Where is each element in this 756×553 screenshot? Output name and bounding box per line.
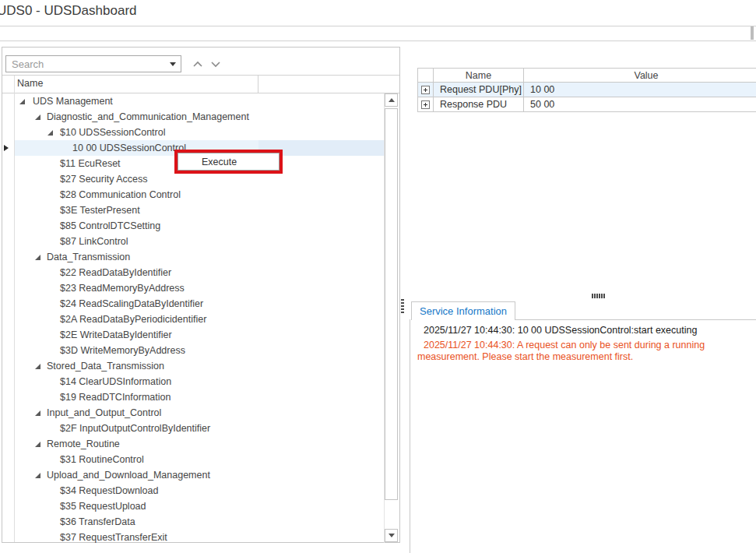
tree-item-label: $34 RequestDownload: [60, 483, 158, 498]
tree-item[interactable]: Stored_Data_Transmission: [15, 358, 384, 374]
tree-item-label: $28 Communication Control: [60, 187, 181, 203]
search-combobox[interactable]: [5, 55, 181, 72]
tree-item-label: $36 TransferData: [60, 514, 135, 530]
tree-item[interactable]: $36 TransferData: [15, 514, 384, 530]
service-info-left-border: [410, 319, 410, 553]
tree-item[interactable]: UDS Management: [15, 93, 384, 109]
tree-item-label: Remote_Routine: [47, 436, 120, 452]
toolbar-separator: [0, 41, 756, 41]
tree-item-label: $2E WriteDataByIdentifier: [60, 327, 172, 343]
search-next-button[interactable]: [209, 58, 223, 70]
pdu-row-expander-cell: [418, 97, 434, 112]
tree-item-label: $31 RoutineControl: [60, 452, 144, 467]
tree-scrollbar-up-button[interactable]: [385, 93, 398, 107]
expand-plus-icon[interactable]: [421, 100, 430, 109]
search-dropdown-button[interactable]: [165, 62, 181, 66]
tree-item[interactable]: $2F InputOutputControlByIdentifier: [15, 421, 384, 436]
pdu-table-row[interactable]: Request PDU[Phy]10 00: [418, 83, 756, 97]
expander-icon[interactable]: [35, 255, 40, 260]
tree-item-label: $35 RequestUpload: [60, 498, 146, 514]
service-info-tab-baseline: [515, 319, 756, 320]
tree-column-header-name[interactable]: Name: [17, 78, 43, 89]
tree-item[interactable]: $23 ReadMemoryByAddress: [15, 280, 384, 296]
tree-item[interactable]: $87 LinkControl: [15, 234, 384, 249]
expander-icon[interactable]: [35, 364, 40, 369]
tree-item[interactable]: Input_and_Output_Control: [15, 405, 384, 421]
tree-item-label: 10 00 UDSSessionControl: [72, 140, 186, 156]
execute-highlight-annotation: Execute: [174, 150, 283, 174]
horizontal-splitter-grip[interactable]: [592, 294, 605, 298]
tree-item[interactable]: Upload_and_Download_Management: [15, 467, 384, 483]
service-info-log: 2025/11/27 10:44:30: 10 00 UDSSessionCon…: [417, 325, 751, 366]
tree-item[interactable]: $3E TesterPresent: [15, 203, 384, 218]
tree-item[interactable]: $2A ReadDataByPeriodicidentifier: [15, 312, 384, 327]
selected-row-indicator-icon: [4, 145, 9, 151]
tree-item-label: $24 ReadScalingDataByIdentifier: [60, 296, 203, 312]
pdu-table-header-row: Name Value: [418, 69, 756, 83]
pdu-table: Name Value Request PDU[Phy]10 00Response…: [417, 68, 756, 112]
tree-header-column-divider[interactable]: [258, 76, 258, 93]
pdu-table-row[interactable]: Response PDU50 00: [418, 97, 756, 112]
expander-icon[interactable]: [47, 130, 53, 136]
search-prev-button[interactable]: [191, 58, 205, 70]
expander-icon[interactable]: [35, 114, 40, 120]
chevron-up-icon: [192, 61, 203, 68]
pdu-value-column-header[interactable]: Value: [524, 69, 756, 83]
tree-item[interactable]: Data_Transmission: [15, 249, 384, 265]
log-entry-error: 2025/11/27 10:44:30: A request can only …: [417, 340, 751, 364]
tree-item-label: $85 ControlDTCSetting: [60, 218, 160, 234]
tree-item-label: $2A ReadDataByPeriodicidentifier: [60, 312, 206, 327]
tab-service-information[interactable]: Service Information: [411, 301, 515, 320]
page-title: UDS0 - UDSDashboard: [0, 3, 137, 19]
tree-item[interactable]: $27 Security Access: [15, 171, 384, 187]
tree-item[interactable]: $10 UDSSessionControl: [15, 125, 384, 140]
tree-item[interactable]: $35 RequestUpload: [15, 498, 384, 514]
tree-item[interactable]: $19 ReadDTCInformation: [15, 389, 384, 405]
tree-item-label: $2F InputOutputControlByIdentifier: [60, 421, 210, 436]
execute-menu-item[interactable]: Execute: [202, 155, 237, 169]
tree-item-label: Diagnostic_and_Communication_Management: [47, 109, 249, 125]
tree-item-label: Data_Transmission: [47, 249, 130, 265]
tree-item[interactable]: Remote_Routine: [15, 436, 384, 452]
triangle-down-icon: [389, 534, 395, 537]
log-entry: 2025/11/27 10:44:30: 10 00 UDSSessionCon…: [417, 325, 751, 337]
tree-item[interactable]: $31 RoutineControl: [15, 452, 384, 467]
tree-item-label: $27 Security Access: [60, 171, 148, 187]
expander-icon[interactable]: [35, 410, 40, 416]
tree-item-label: $3E TesterPresent: [60, 203, 140, 218]
tree-scrollbar-down-button[interactable]: [385, 529, 398, 542]
tree-item[interactable]: $2E WriteDataByIdentifier: [15, 327, 384, 343]
tree-item-label: $14 ClearUDSInformation: [60, 374, 171, 389]
tree-item-label: $10 UDSSessionControl: [60, 125, 166, 140]
tree-item-label: $87 LinkControl: [60, 234, 128, 249]
pdu-row-expander-cell: [418, 83, 434, 97]
tree-item[interactable]: $34 RequestDownload: [15, 483, 384, 498]
pdu-row-value[interactable]: 50 00: [524, 97, 756, 112]
expander-icon[interactable]: [19, 99, 25, 104]
tree-item-label: $23 ReadMemoryByAddress: [60, 280, 185, 296]
pdu-row-value[interactable]: 10 00: [524, 83, 756, 97]
tree-item[interactable]: $28 Communication Control: [15, 187, 384, 203]
tree-item-label: UDS Management: [33, 93, 113, 109]
titlebar-separator: [0, 26, 756, 26]
expand-plus-icon[interactable]: [421, 86, 430, 94]
expander-icon[interactable]: [35, 473, 40, 478]
pdu-name-column-header[interactable]: Name: [434, 69, 524, 83]
vertical-splitter-grip[interactable]: [401, 299, 404, 313]
expander-icon[interactable]: [35, 442, 40, 447]
chevron-down-icon: [170, 62, 176, 66]
tree-item-label: $11 EcuReset: [60, 156, 121, 171]
tree-item[interactable]: $14 ClearUDSInformation: [15, 374, 384, 389]
search-input[interactable]: [6, 58, 165, 70]
tree-item[interactable]: $37 RequestTransferExit: [15, 530, 384, 545]
tree-item[interactable]: Diagnostic_and_Communication_Management: [15, 109, 384, 125]
tree-item[interactable]: $3D WriteMemoryByAddress: [15, 343, 384, 358]
tree-item[interactable]: $85 ControlDTCSetting: [15, 218, 384, 234]
uds-dashboard-window: { "window": { "title": "UDS0 - UDSDashbo…: [0, 0, 756, 553]
pdu-row-name: Request PDU[Phy]: [434, 83, 524, 97]
tree-scrollbar-thumb[interactable]: [385, 108, 398, 500]
tree-item-label: $3D WriteMemoryByAddress: [60, 343, 185, 358]
tree-item[interactable]: $24 ReadScalingDataByIdentifier: [15, 296, 384, 312]
tree-item[interactable]: $22 ReadDataByIdentifier: [15, 265, 384, 280]
tree-item-label: $19 ReadDTCInformation: [60, 389, 171, 405]
